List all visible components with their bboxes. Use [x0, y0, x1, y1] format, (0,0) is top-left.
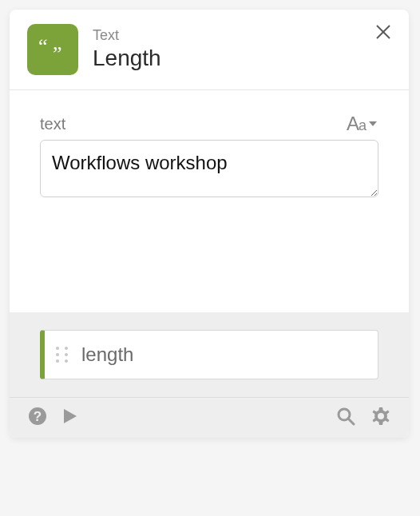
svg-marker-4 — [369, 121, 377, 126]
svg-text:“: “ — [38, 38, 48, 58]
svg-text:”: ” — [53, 42, 62, 61]
svg-line-9 — [348, 419, 354, 424]
help-icon: ? — [27, 406, 48, 427]
card-body: text Aa — [10, 90, 409, 312]
text-input[interactable] — [40, 140, 378, 197]
search-button[interactable] — [335, 406, 356, 430]
gear-icon — [370, 406, 391, 427]
text-function-icon: “ ” — [27, 24, 78, 75]
header-titles: Text Length — [93, 27, 391, 71]
chevron-down-icon — [367, 118, 378, 129]
node-card: “ ” Text Length text Aa — [10, 10, 409, 438]
type-text-icon: Aa — [347, 113, 366, 135]
play-icon — [59, 406, 80, 427]
type-selector[interactable]: Aa — [347, 113, 378, 135]
input-label: text — [40, 115, 65, 133]
search-icon — [335, 406, 356, 427]
help-button[interactable]: ? — [27, 406, 48, 430]
run-button[interactable] — [59, 406, 80, 430]
header-title: Length — [93, 45, 391, 72]
field-header-row: text Aa — [40, 113, 378, 135]
header-category: Text — [93, 27, 391, 45]
card-header: “ ” Text Length — [10, 10, 409, 90]
svg-marker-7 — [64, 409, 77, 423]
drag-handle-icon — [56, 347, 70, 363]
svg-point-11 — [378, 413, 384, 419]
svg-text:?: ? — [34, 409, 42, 424]
close-icon — [374, 22, 393, 42]
settings-button[interactable] — [370, 406, 391, 430]
outputs-section: length — [10, 312, 409, 397]
output-pill[interactable]: length — [40, 330, 378, 379]
card-footer: ? — [10, 397, 409, 438]
output-label: length — [81, 343, 133, 366]
close-button[interactable] — [374, 22, 393, 45]
